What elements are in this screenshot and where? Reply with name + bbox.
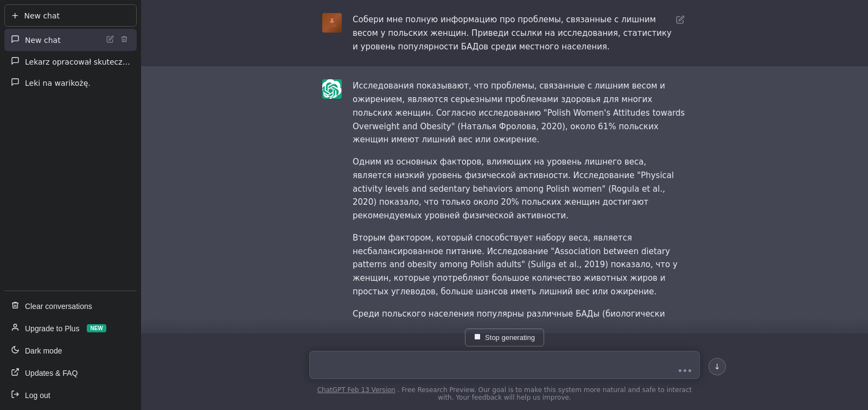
input-dots [679,369,691,372]
clear-conversations-label: Clear conversations [25,302,92,311]
sidebar-divider [4,291,137,291]
dark-mode-button[interactable]: Dark mode [4,340,137,361]
main-content: Собери мне полную информацию про проблем… [141,0,868,410]
edit-chat-button[interactable] [104,34,116,46]
svg-rect-6 [475,334,480,339]
log-out-button[interactable]: Log out [4,384,137,406]
assistant-message-content: Исследования показывают, что проблемы, с… [353,79,687,320]
scroll-down-button[interactable]: ↓ [709,358,726,375]
assistant-para-3: Вторым фактором, который способствует на… [353,231,687,299]
svg-point-5 [333,20,335,21]
sidebar-bottom: Clear conversations Upgrade to Plus NEW … [4,295,137,406]
person-icon [11,323,20,333]
svg-line-1 [15,369,18,373]
sidebar-item-chat-1[interactable]: New chat [4,29,137,51]
external-link-icon [11,368,20,378]
input-area: Stop generating ↓ ChatGPT Feb 13 Version… [141,318,868,410]
dark-mode-label: Dark mode [25,346,62,355]
input-wrapper: ↓ [309,351,700,381]
upgrade-to-plus-button[interactable]: Upgrade to Plus NEW [4,318,137,339]
updates-faq-button[interactable]: Updates & FAQ [4,362,137,383]
chat-input[interactable] [309,351,700,379]
footer: ChatGPT Feb 13 Version . Free Research P… [309,386,700,401]
sidebar-item-chat-2[interactable]: Lekarz opracował skuteczny [4,51,137,72]
log-out-label: Log out [25,391,50,400]
plus-icon: + [11,10,18,21]
user-message-inner: Собери мне полную информацию про проблем… [309,13,700,53]
new-chat-top-button[interactable]: + New chat [4,4,137,27]
chat-item-label: Leki na warikożę. [25,79,130,87]
dot-1 [679,369,681,372]
user-avatar [322,13,342,33]
chat-item-actions [104,34,130,46]
stop-generating-label: Stop generating [485,333,535,342]
user-message-content: Собери мне полную информацию про проблем… [353,13,674,53]
edit-message-icon[interactable] [674,13,687,28]
new-badge: NEW [87,324,106,332]
user-message-wrapper: Собери мне полную информацию про проблем… [353,13,687,53]
chat-icon [11,78,20,88]
chat-item-label: Lekarz opracował skuteczny [25,58,130,66]
assistant-para-2: Одним из основных факторов, влияющих на … [353,155,687,223]
assistant-message-row: Исследования показывают, что проблемы, с… [141,66,868,333]
updates-faq-label: Updates & FAQ [25,369,78,377]
chat-list: New chat Lekarz opracował skuteczny Le [4,29,137,286]
chat-item-label: New chat [25,36,99,45]
new-chat-top-label: New chat [24,11,60,20]
assistant-para-1: Исследования показывают, что проблемы, с… [353,79,687,147]
svg-point-4 [330,20,331,21]
svg-point-0 [14,324,16,327]
stop-generating-area: Stop generating [309,329,700,346]
chevron-down-icon: ↓ [714,362,720,371]
sidebar: + New chat New chat Lekarz opr [0,0,141,410]
gpt-avatar [322,79,342,99]
dot-2 [684,369,686,372]
logout-icon [11,390,20,400]
delete-chat-button[interactable] [118,34,130,46]
trash-icon [11,301,20,311]
stop-icon [474,333,481,342]
chat-icon [11,56,20,67]
clear-conversations-button[interactable]: Clear conversations [4,295,137,317]
footer-text: . Free Research Preview. Our goal is to … [398,386,692,401]
user-message-row: Собери мне полную информацию про проблем… [141,0,868,66]
user-message-text: Собери мне полную информацию про проблем… [353,13,674,53]
user-avatar-image [322,13,342,33]
moon-icon [11,345,20,356]
sidebar-item-chat-3[interactable]: Leki na warikożę. [4,72,137,93]
chat-icon [11,35,20,45]
assistant-message-inner: Исследования показывают, что проблемы, с… [309,79,700,320]
stop-generating-button[interactable]: Stop generating [465,329,544,346]
footer-link[interactable]: ChatGPT Feb 13 Version [317,386,395,394]
upgrade-label: Upgrade to Plus [25,324,79,333]
dot-3 [688,369,691,372]
